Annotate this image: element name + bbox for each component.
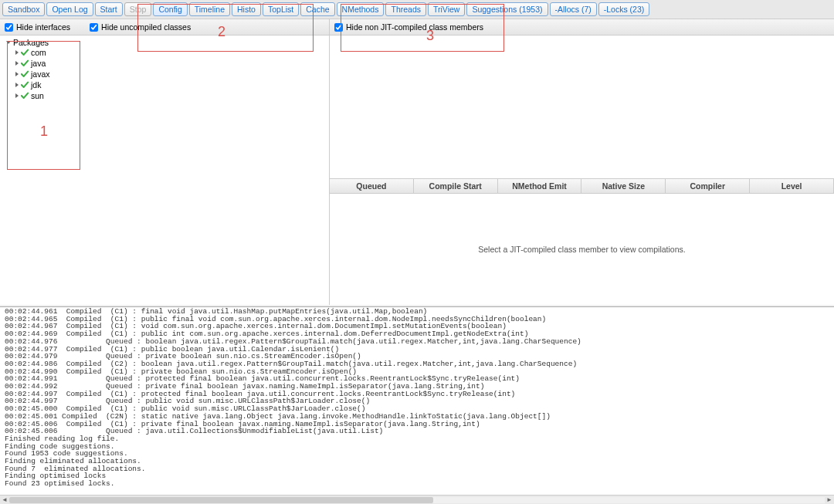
package-tree: Packages comjavajavaxjdksun bbox=[0, 36, 329, 103]
sandbox-button[interactable]: Sandbox bbox=[2, 2, 45, 16]
package-item[interactable]: java bbox=[15, 58, 324, 69]
compilation-table-header: Queued Compile Start NMethod Emit Native… bbox=[330, 178, 834, 194]
stop-button: Stop bbox=[124, 2, 152, 16]
chevron-right-icon[interactable] bbox=[15, 61, 19, 66]
check-icon bbox=[21, 81, 29, 89]
compilation-table-body: Select a JIT-compiled class member to vi… bbox=[330, 194, 834, 305]
hide-uncompiled-text: Hide uncompiled classes bbox=[101, 22, 191, 32]
hide-interfaces-label[interactable]: Hide interfaces bbox=[5, 22, 70, 32]
histo-button[interactable]: Histo bbox=[232, 2, 261, 16]
hide-interfaces-text: Hide interfaces bbox=[16, 22, 70, 32]
package-name: java bbox=[31, 59, 46, 68]
suggestions-button[interactable]: Suggestions (1953) bbox=[466, 2, 548, 16]
check-icon bbox=[21, 49, 29, 56]
col-compiler[interactable]: Compiler bbox=[666, 179, 750, 193]
hide-nonjit-checkbox[interactable] bbox=[334, 23, 343, 32]
main-toolbar: Sandbox Open Log Start Stop Config Timel… bbox=[0, 0, 834, 19]
check-icon bbox=[21, 92, 29, 100]
chevron-down-icon[interactable] bbox=[6, 41, 11, 44]
table-placeholder: Select a JIT-compiled class member to vi… bbox=[478, 245, 685, 254]
triview-button[interactable]: TriView bbox=[428, 2, 465, 16]
check-icon bbox=[21, 70, 29, 78]
open-log-button[interactable]: Open Log bbox=[46, 2, 93, 16]
col-queued[interactable]: Queued bbox=[330, 179, 414, 193]
packages-root-label: Packages bbox=[13, 38, 49, 47]
right-filter-row: Hide non JIT-compiled class members bbox=[330, 19, 834, 36]
package-name: sun bbox=[31, 91, 44, 100]
chevron-right-icon[interactable] bbox=[15, 72, 19, 76]
package-name: com bbox=[31, 48, 46, 57]
chevron-right-icon[interactable] bbox=[15, 50, 19, 55]
cache-button[interactable]: Cache bbox=[300, 2, 334, 16]
allocs-button[interactable]: -Allocs (7) bbox=[550, 2, 597, 16]
member-list-area bbox=[330, 36, 834, 178]
hide-uncompiled-checkbox[interactable] bbox=[90, 23, 98, 32]
chevron-right-icon[interactable] bbox=[15, 93, 19, 98]
package-name: javax bbox=[31, 69, 50, 79]
left-filter-row: Hide interfaces Hide uncompiled classes bbox=[0, 19, 329, 36]
hide-interfaces-checkbox[interactable] bbox=[5, 23, 13, 32]
toplist-button[interactable]: TopList bbox=[263, 2, 299, 16]
scroll-track[interactable] bbox=[9, 497, 825, 503]
packages-root[interactable]: Packages bbox=[6, 38, 324, 47]
start-button[interactable]: Start bbox=[95, 2, 123, 16]
horizontal-scrollbar[interactable]: ◄ ► bbox=[0, 495, 834, 504]
hide-nonjit-text: Hide non JIT-compiled class members bbox=[346, 22, 483, 32]
hide-nonjit-label[interactable]: Hide non JIT-compiled class members bbox=[334, 22, 483, 32]
package-item[interactable]: javax bbox=[15, 69, 324, 79]
right-panel: Hide non JIT-compiled class members Queu… bbox=[330, 19, 834, 305]
check-icon bbox=[21, 59, 29, 67]
col-compile-start[interactable]: Compile Start bbox=[414, 179, 498, 193]
package-item[interactable]: com bbox=[15, 47, 324, 58]
left-panel: Hide interfaces Hide uncompiled classes … bbox=[0, 19, 330, 305]
config-button[interactable]: Config bbox=[153, 2, 187, 16]
timeline-button[interactable]: Timeline bbox=[189, 2, 230, 16]
hide-uncompiled-label[interactable]: Hide uncompiled classes bbox=[90, 22, 191, 32]
package-item[interactable]: jdk bbox=[15, 79, 324, 90]
nmethods-button[interactable]: NMethods bbox=[337, 2, 385, 16]
scroll-thumb[interactable] bbox=[9, 497, 433, 503]
package-item[interactable]: sun bbox=[15, 90, 324, 101]
chevron-right-icon[interactable] bbox=[15, 83, 19, 87]
package-name: jdk bbox=[31, 80, 41, 90]
log-panel[interactable]: 00:02:44.961 Compiled (C1) : final void … bbox=[0, 306, 834, 495]
scroll-right-icon[interactable]: ► bbox=[825, 496, 834, 505]
locks-button[interactable]: -Locks (23) bbox=[598, 2, 650, 16]
scroll-left-icon[interactable]: ◄ bbox=[0, 496, 9, 505]
threads-button[interactable]: Threads bbox=[385, 2, 426, 16]
content-area: Hide interfaces Hide uncompiled classes … bbox=[0, 19, 834, 305]
col-level[interactable]: Level bbox=[750, 179, 834, 193]
col-nmethod-emit[interactable]: NMethod Emit bbox=[498, 179, 582, 193]
col-native-size[interactable]: Native Size bbox=[581, 179, 666, 193]
